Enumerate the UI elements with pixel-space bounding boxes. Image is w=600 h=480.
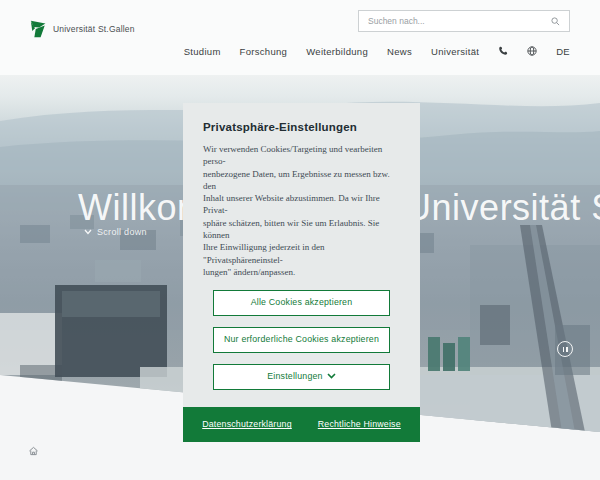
datenschutz-link[interactable]: Datenschutzerklärung bbox=[202, 419, 292, 429]
chevron-down-icon bbox=[84, 227, 92, 237]
nav-item-forschung[interactable]: Forschung bbox=[240, 46, 288, 57]
accept-all-cookies-button[interactable]: Alle Cookies akzeptieren bbox=[213, 290, 390, 316]
video-pause-button[interactable] bbox=[557, 341, 573, 357]
phone-icon[interactable] bbox=[498, 46, 508, 56]
nav-item-news[interactable]: News bbox=[387, 46, 412, 57]
nav-item-weiterbildung[interactable]: Weiterbildung bbox=[306, 46, 368, 57]
dialog-body-text: Wir verwenden Cookies/Targeting und vear… bbox=[203, 143, 400, 278]
logo-label: Universität St.Gallen bbox=[53, 24, 135, 34]
hsg-logo[interactable]: Universität St.Gallen bbox=[30, 20, 135, 38]
main-nav: Studium Forschung Weiterbildung News Uni… bbox=[184, 43, 570, 59]
dialog-title: Privatsphäre-Einstellungen bbox=[203, 121, 400, 133]
nav-item-universitaet[interactable]: Universität bbox=[431, 46, 479, 57]
search-input[interactable] bbox=[368, 16, 551, 26]
pause-icon bbox=[563, 347, 565, 352]
nav-item-studium[interactable]: Studium bbox=[184, 46, 221, 57]
search-box[interactable] bbox=[358, 10, 570, 32]
rechtliche-hinweise-link[interactable]: Rechtliche Hinweise bbox=[318, 419, 401, 429]
privacy-cookie-dialog: Privatsphäre-Einstellungen Wir verwenden… bbox=[183, 103, 420, 442]
breadcrumb-home[interactable] bbox=[28, 442, 39, 460]
chevron-down-icon bbox=[327, 371, 336, 383]
search-icon[interactable] bbox=[551, 12, 560, 30]
globe-icon[interactable] bbox=[527, 46, 537, 56]
language-switch[interactable]: DE bbox=[556, 46, 570, 57]
scroll-down-hint[interactable]: Scroll down bbox=[84, 227, 147, 237]
hsg-logo-mark-icon bbox=[30, 20, 47, 38]
dialog-footer-bar: Datenschutzerklärung Rechtliche Hinweise bbox=[183, 407, 420, 442]
cookie-settings-button[interactable]: Einstellungen bbox=[213, 364, 390, 390]
home-icon bbox=[28, 442, 39, 459]
required-cookies-only-button[interactable]: Nur erforderliche Cookies akzeptieren bbox=[213, 327, 390, 353]
site-header: Universität St.Gallen Studium Forschung … bbox=[0, 0, 600, 75]
scroll-down-label: Scroll down bbox=[97, 227, 147, 237]
